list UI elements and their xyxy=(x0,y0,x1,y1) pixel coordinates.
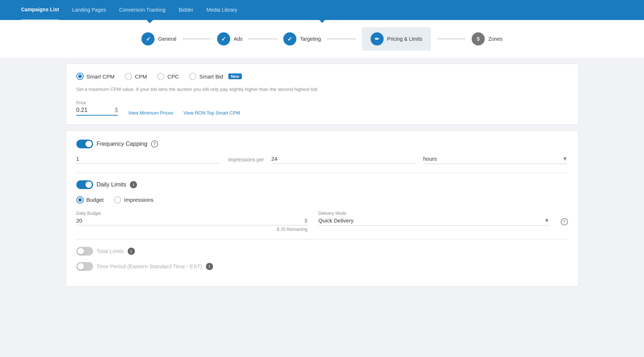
impressions-input[interactable] xyxy=(76,156,221,162)
total-limits-thumb xyxy=(77,248,84,254)
price-label: Price xyxy=(76,100,118,105)
step-targeting[interactable]: ✓ Targeting xyxy=(283,32,321,45)
frequency-capping-toggle[interactable] xyxy=(76,140,93,148)
time-period-info-icon[interactable]: i xyxy=(206,263,213,270)
time-period-track xyxy=(76,262,93,271)
step-label-zones: Zones xyxy=(488,36,503,42)
period-select-wrapper: hours days weeks ▼ xyxy=(423,156,568,164)
step-number-zones: 5 xyxy=(477,36,480,42)
price-currency: $ xyxy=(115,107,118,113)
frequency-capping-thumb xyxy=(85,141,92,147)
radio-cpm[interactable]: CPM xyxy=(125,73,147,80)
step-connector-2 xyxy=(248,39,277,39)
radio-budget[interactable]: Budget xyxy=(76,196,104,204)
delivery-mode-select[interactable]: Quick Delivery Even Delivery xyxy=(319,217,544,224)
pricing-options-row: Smart CPM CPM CPC Smart Bid New xyxy=(76,73,568,80)
step-circle-targeting: ✓ xyxy=(283,32,296,45)
delivery-help-icon[interactable]: ? xyxy=(561,218,568,225)
daily-limits-section: Daily Limits i Budget Impressions Daily … xyxy=(76,180,568,232)
price-row: Price $ View Minimum Prices View RON Top… xyxy=(76,100,568,116)
total-limits-toggle[interactable] xyxy=(76,247,93,256)
daily-limits-label: Daily Limits xyxy=(97,181,127,188)
price-field: Price $ xyxy=(76,100,118,116)
stepper-wrapper: ✓ General ✓ Ads ✓ Targeting ✏ Pricing & … xyxy=(0,20,644,58)
radio-circle-smart-cpm xyxy=(76,73,84,80)
radio-cpc[interactable]: CPC xyxy=(157,73,179,80)
daily-budget-input[interactable] xyxy=(76,217,305,224)
impressions-per-label: impressions per xyxy=(221,157,271,163)
nav-media-library[interactable]: Media Library xyxy=(207,0,237,20)
step-label-targeting: Targeting xyxy=(300,36,321,42)
total-limits-label: Total Limits xyxy=(97,248,124,254)
price-input[interactable] xyxy=(76,107,113,113)
radio-impressions[interactable]: Impressions xyxy=(114,196,153,204)
step-label-general: General xyxy=(158,36,176,42)
frequency-capping-help-icon[interactable]: ? xyxy=(151,140,158,148)
pricing-options-card: Smart CPM CPM CPC Smart Bid New Set a ma… xyxy=(66,64,579,125)
new-badge: New xyxy=(228,73,242,79)
step-check-targeting: ✓ xyxy=(287,36,292,43)
step-circle-ads: ✓ xyxy=(217,32,230,45)
daily-limits-toggle[interactable] xyxy=(76,180,93,189)
period-select[interactable]: hours days weeks xyxy=(423,156,562,162)
delivery-help-wrapper: ? xyxy=(561,211,568,225)
total-limits-info-icon[interactable]: i xyxy=(128,248,135,255)
step-ads[interactable]: ✓ Ads xyxy=(217,32,243,45)
view-minimum-prices-link[interactable]: View Minimum Prices xyxy=(128,110,173,116)
frequency-capping-header: Frequency Capping ? xyxy=(76,140,568,148)
stepper: ✓ General ✓ Ads ✓ Targeting ✏ Pricing & … xyxy=(141,27,503,51)
step-general[interactable]: ✓ General xyxy=(141,32,176,45)
budget-impressions-row: Budget Impressions xyxy=(76,196,568,204)
step-connector-4 xyxy=(437,39,466,39)
step-pricing-limits-container[interactable]: ✏ Pricing & Limits xyxy=(362,27,431,51)
hours-number-input[interactable] xyxy=(271,156,416,162)
radio-label-cpm: CPM xyxy=(135,73,147,80)
radio-smart-cpm[interactable]: Smart CPM xyxy=(76,73,115,80)
radio-label-cpc: CPC xyxy=(167,73,179,80)
radio-circle-impressions xyxy=(114,196,121,204)
limits-card: Frequency Capping ? impressions per hour… xyxy=(66,131,579,286)
top-navigation: Campaigns List Landing Pages Conversion … xyxy=(0,0,644,20)
step-circle-pricing: ✏ xyxy=(371,32,384,45)
total-limits-row: Total Limits i xyxy=(76,247,568,256)
step-label-ads: Ads xyxy=(234,36,243,42)
nav-campaigns-list[interactable]: Campaigns List xyxy=(21,0,59,21)
frequency-capping-row: impressions per hours days weeks ▼ xyxy=(76,156,568,164)
nav-landing-pages[interactable]: Landing Pages xyxy=(72,0,106,20)
hours-number-wrapper xyxy=(271,156,416,164)
step-connector-3 xyxy=(327,39,356,39)
nav-bidder[interactable]: Bidder xyxy=(179,0,193,20)
radio-smart-bid[interactable]: Smart Bid New xyxy=(189,73,241,80)
step-connector-1 xyxy=(182,39,211,39)
step-zones[interactable]: 5 Zones xyxy=(472,32,503,45)
total-limits-track xyxy=(76,247,93,256)
daily-limits-track xyxy=(76,180,93,189)
radio-circle-cpc xyxy=(157,73,164,80)
radio-label-budget: Budget xyxy=(87,197,104,203)
daily-budget-input-wrapper: $ xyxy=(76,217,308,225)
frequency-capping-track xyxy=(76,140,93,148)
radio-label-smart-bid: Smart Bid xyxy=(199,73,223,80)
time-period-label: Time Period (Eastern Standard Time - EST… xyxy=(97,263,202,269)
nav-conversion-tracking[interactable]: Conversion Tracking xyxy=(119,0,166,20)
radio-circle-smart-bid xyxy=(189,73,196,80)
delivery-select-wrapper: Quick Delivery Even Delivery ▼ xyxy=(319,217,550,226)
view-ron-top-smart-cpm-link[interactable]: View RON Top Smart CPM xyxy=(183,110,240,116)
step-check-ads: ✓ xyxy=(221,36,226,43)
impressions-input-wrapper xyxy=(76,156,221,164)
radio-label-impressions: Impressions xyxy=(124,197,153,203)
time-period-row: Time Period (Eastern Standard Time - EST… xyxy=(76,262,568,271)
remaining-text: $ 20 Remaining xyxy=(76,227,308,232)
time-period-thumb xyxy=(77,263,84,270)
main-content: Smart CPM CPM CPC Smart Bid New Set a ma… xyxy=(59,64,586,286)
daily-limits-info-icon[interactable]: i xyxy=(130,181,137,188)
step-label-pricing: Pricing & Limits xyxy=(387,36,422,42)
daily-limits-thumb xyxy=(85,181,92,188)
daily-limits-header: Daily Limits i xyxy=(76,180,568,189)
step-circle-general: ✓ xyxy=(141,32,155,45)
radio-circle-budget xyxy=(76,196,84,204)
time-period-toggle[interactable] xyxy=(76,262,93,271)
daily-budget-field: Daily Budget $ $ 20 Remaining xyxy=(76,211,308,232)
price-input-wrapper: $ xyxy=(76,107,118,116)
step-check-general: ✓ xyxy=(146,36,151,43)
